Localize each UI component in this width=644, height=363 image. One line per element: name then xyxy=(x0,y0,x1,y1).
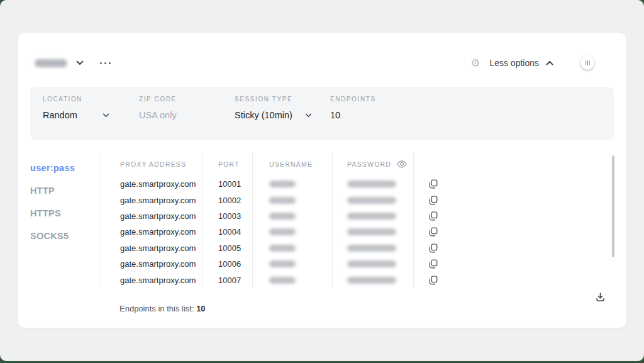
row-actions-cell xyxy=(414,256,441,272)
row-actions-cell xyxy=(414,192,441,208)
redacted-username xyxy=(269,260,296,267)
redacted-username xyxy=(269,181,296,187)
port-cell: 10004 xyxy=(203,224,253,240)
endpoints-table: PROXY ADDRESS PORT USERNAME PASSWORD gat… xyxy=(101,152,441,288)
tab-user-pass[interactable]: user:pass xyxy=(30,161,101,175)
port-cell: 10002 xyxy=(203,192,253,208)
password-cell xyxy=(333,224,414,240)
gear-icon[interactable]: ⚙ xyxy=(470,58,480,69)
redacted-password xyxy=(347,213,396,220)
proxy-list-card: ⚙ Less options LOCATION xyxy=(18,33,626,328)
proxy-address-cell: gate.smartproxy.com xyxy=(101,224,203,240)
proxy-address-cell: gate.smartproxy.com xyxy=(101,272,203,288)
username-cell xyxy=(253,224,333,240)
username-cell xyxy=(253,192,333,208)
port-cell: 10007 xyxy=(203,272,253,288)
chevron-down-icon xyxy=(103,113,109,118)
proxy-address-cell: gate.smartproxy.com xyxy=(101,208,203,224)
tab-https[interactable]: HTTPS xyxy=(30,206,101,220)
filter-location-label: LOCATION xyxy=(43,96,109,103)
column-header-password: PASSWORD xyxy=(333,152,414,176)
chevron-down-icon[interactable] xyxy=(76,60,84,65)
port-cell: 10003 xyxy=(203,208,253,224)
password-cell xyxy=(333,272,414,288)
port-cell: 10006 xyxy=(203,256,253,272)
redacted-username xyxy=(269,277,296,284)
redacted-password xyxy=(347,181,396,187)
column-header-proxy-address: PROXY ADDRESS xyxy=(101,152,203,176)
filter-panel: LOCATION Random ZIP CODE USA only S xyxy=(30,87,614,140)
tab-http[interactable]: HTTP xyxy=(30,184,101,198)
proxy-address-cell: gate.smartproxy.com xyxy=(101,176,203,192)
filter-session-type-select[interactable]: Sticky (10min) xyxy=(235,110,312,120)
filter-endpoints-label: ENDPOINTS xyxy=(330,96,376,103)
filter-session-type: SESSION TYPE Sticky (10min) xyxy=(235,96,312,120)
redacted-username xyxy=(269,228,296,235)
username-cell xyxy=(253,240,333,256)
filter-zip-input[interactable]: USA only xyxy=(139,110,177,120)
column-header-port: PORT xyxy=(203,152,253,176)
redacted-password xyxy=(347,228,396,235)
filter-zip-placeholder: USA only xyxy=(139,110,177,120)
password-cell xyxy=(333,256,414,272)
port-cell: 10005 xyxy=(203,240,253,256)
redacted-list-name[interactable] xyxy=(35,59,67,67)
username-cell xyxy=(253,272,333,288)
header-actions: ⚙ Less options xyxy=(470,57,609,69)
column-header-username: USERNAME xyxy=(253,152,333,176)
endpoints-count-label: Endpoints in this list: xyxy=(119,304,194,313)
filter-location-value: Random xyxy=(43,110,77,120)
protocol-tabs: user:pass HTTP HTTPS SOCKS5 xyxy=(30,161,101,243)
filter-endpoints: ENDPOINTS 10 xyxy=(330,96,376,120)
redacted-username xyxy=(269,213,296,220)
view-toggle[interactable] xyxy=(581,57,609,69)
row-actions-cell xyxy=(414,272,441,288)
download-list-button[interactable] xyxy=(595,292,606,302)
copy-icon[interactable] xyxy=(429,196,438,205)
chevron-down-icon xyxy=(305,113,312,118)
filter-endpoints-input[interactable]: 10 xyxy=(330,110,376,120)
row-actions-cell xyxy=(414,176,441,192)
endpoints-count-summary: Endpoints in this list: 10 xyxy=(119,304,206,313)
copy-icon[interactable] xyxy=(429,276,438,285)
copy-icon[interactable] xyxy=(429,227,438,237)
table-scrollbar[interactable] xyxy=(612,155,614,257)
filter-zip: ZIP CODE USA only xyxy=(139,96,177,120)
copy-icon[interactable] xyxy=(429,259,438,269)
filter-session-type-label: SESSION TYPE xyxy=(235,96,312,103)
tab-socks5[interactable]: SOCKS5 xyxy=(30,229,101,243)
less-options-button[interactable]: Less options xyxy=(489,58,553,68)
redacted-password xyxy=(347,260,396,267)
username-cell xyxy=(253,256,333,272)
column-header-actions xyxy=(414,152,441,176)
copy-icon[interactable] xyxy=(429,211,438,221)
password-cell xyxy=(333,176,414,192)
username-cell xyxy=(253,176,333,192)
proxy-address-cell: gate.smartproxy.com xyxy=(101,256,203,272)
filter-endpoints-value: 10 xyxy=(330,110,340,120)
username-cell xyxy=(253,208,333,224)
row-actions-cell xyxy=(414,224,441,240)
toggle-knob xyxy=(580,56,594,70)
copy-icon[interactable] xyxy=(429,243,438,253)
password-cell xyxy=(333,208,414,224)
more-menu-icon[interactable] xyxy=(100,62,111,64)
copy-icon[interactable] xyxy=(429,179,438,189)
eye-icon[interactable] xyxy=(397,160,407,168)
port-cell: 10001 xyxy=(203,176,253,192)
screenshot-root: ⚙ Less options LOCATION xyxy=(0,0,644,363)
redacted-password xyxy=(347,197,396,204)
less-options-label: Less options xyxy=(489,58,539,68)
password-cell xyxy=(333,192,414,208)
filter-location: LOCATION Random xyxy=(43,96,109,120)
row-actions-cell xyxy=(414,208,441,224)
row-actions-cell xyxy=(414,240,441,256)
password-cell xyxy=(333,240,414,256)
redacted-password xyxy=(347,277,396,284)
redacted-password xyxy=(347,245,396,252)
filter-zip-label: ZIP CODE xyxy=(139,96,177,103)
filter-location-select[interactable]: Random xyxy=(43,110,109,120)
redacted-username xyxy=(269,197,296,204)
column-header-password-label: PASSWORD xyxy=(347,160,391,168)
proxy-address-cell: gate.smartproxy.com xyxy=(101,240,203,256)
